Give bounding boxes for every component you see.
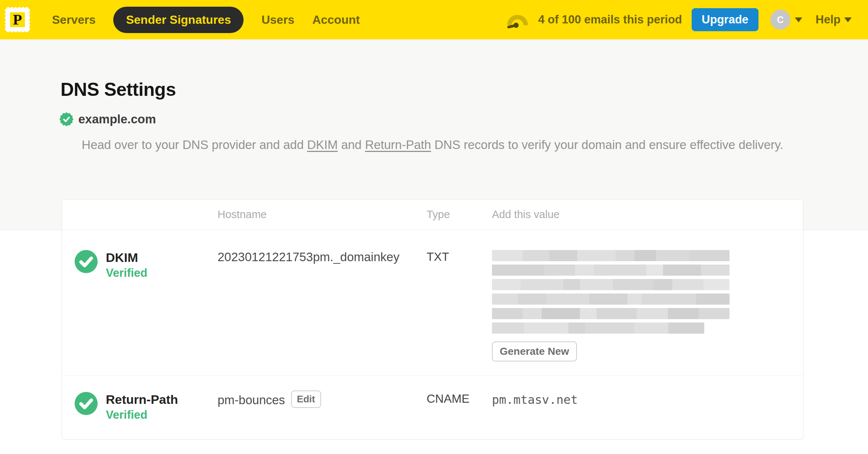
verified-seal-icon (59, 112, 74, 126)
hostname-value: pm-bounces (218, 393, 285, 407)
status-badge: Verified (106, 408, 178, 422)
redacted-dkim-value (492, 250, 785, 334)
dns-settings-page: P Servers Sender Signatures Users Accoun… (0, 0, 868, 454)
return-path-type: CNAME (427, 392, 492, 406)
instruction-text: Head over to your DNS provider and add (82, 138, 307, 152)
record-name: DKIM (106, 250, 147, 265)
usage-counter: 4 of 100 emails this period (538, 13, 682, 26)
return-path-status-cell: Return-Path Verified (62, 392, 218, 422)
usage-gauge-icon (507, 11, 528, 28)
return-path-labels: Return-Path Verified (106, 392, 178, 422)
redacted-line (492, 322, 704, 334)
chevron-down-icon (795, 17, 802, 22)
postage-stamp-icon: P (4, 6, 31, 33)
dkim-labels: DKIM Verified (106, 250, 147, 280)
domain-name: example.com (78, 112, 156, 126)
verified-check-icon (75, 392, 98, 415)
help-menu[interactable]: Help (816, 13, 852, 26)
nav-item-account[interactable]: Account (312, 13, 360, 27)
edit-button[interactable]: Edit (291, 390, 321, 408)
hostname-value: 20230121221753pm._domainkey (218, 250, 399, 264)
primary-nav: Servers Sender Signatures Users Account (52, 7, 360, 33)
instruction-text: and (338, 138, 365, 152)
table-row-dkim: DKIM Verified 20230121221753pm._domainke… (62, 230, 803, 375)
redacted-line (492, 294, 730, 305)
account-menu[interactable]: C (770, 10, 802, 30)
upgrade-button[interactable]: Upgrade (692, 8, 758, 31)
header-type: Type (427, 208, 492, 221)
record-name: Return-Path (106, 392, 178, 407)
return-path-link[interactable]: Return-Path (365, 138, 431, 152)
dkim-link[interactable]: DKIM (307, 138, 338, 152)
page-title: DNS Settings (61, 79, 176, 100)
table-header-row: Hostname Type Add this value (62, 200, 803, 230)
redacted-line (492, 279, 730, 290)
dkim-status-cell: DKIM Verified (62, 250, 218, 280)
dns-records-card: Hostname Type Add this value DKIM Verifi… (62, 199, 803, 440)
redacted-line (492, 265, 730, 276)
instruction-text: DNS records to verify your domain and en… (431, 138, 783, 152)
verified-domain: example.com (59, 112, 156, 126)
help-label: Help (816, 13, 841, 26)
dkim-hostname: 20230121221753pm._domainkey (218, 250, 427, 264)
cname-value: pm.mtasv.net (492, 393, 785, 407)
dns-instructions: Head over to your DNS provider and add D… (62, 136, 803, 154)
nav-item-sender-signatures[interactable]: Sender Signatures (113, 7, 244, 33)
avatar[interactable]: C (770, 10, 790, 30)
table-row-return-path: Return-Path Verified pm-bounces Edit CNA… (62, 375, 803, 440)
verified-check-icon (75, 250, 98, 273)
dkim-type: TXT (427, 250, 492, 264)
top-navbar: P Servers Sender Signatures Users Accoun… (0, 0, 868, 39)
redacted-line (492, 308, 730, 319)
chevron-down-icon (844, 17, 852, 22)
return-path-hostname: pm-bounces Edit (218, 392, 427, 408)
postmark-logo[interactable]: P (4, 6, 31, 33)
nav-item-users[interactable]: Users (261, 13, 294, 27)
navbar-right: 4 of 100 emails this period Upgrade C He… (507, 8, 852, 31)
return-path-value-cell: pm.mtasv.net (492, 392, 803, 407)
header-hostname: Hostname (218, 208, 427, 221)
dkim-value-cell: Generate New (492, 250, 803, 361)
status-badge: Verified (106, 266, 147, 280)
nav-item-servers[interactable]: Servers (52, 13, 95, 27)
svg-text:P: P (13, 11, 22, 28)
header-value: Add this value (492, 208, 803, 221)
generate-new-button[interactable]: Generate New (492, 341, 577, 361)
redacted-line (492, 250, 730, 261)
